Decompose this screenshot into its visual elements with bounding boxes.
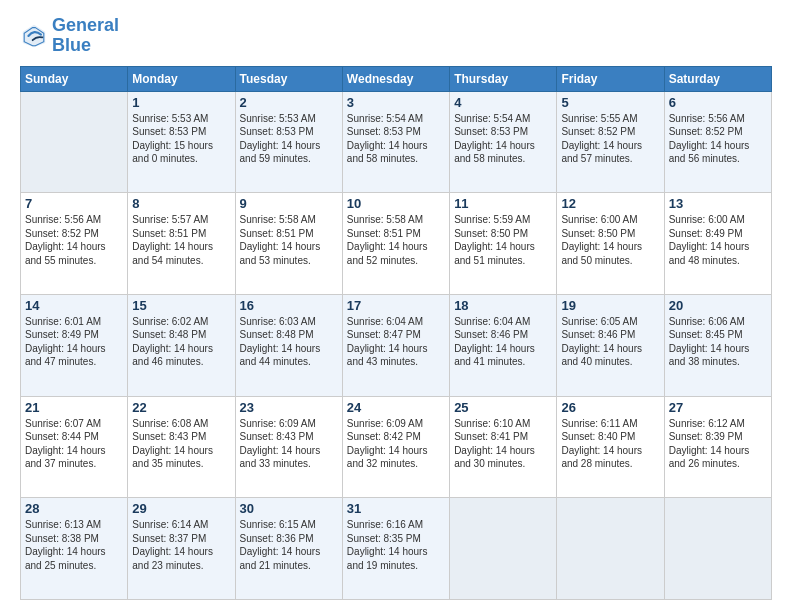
calendar-day-cell: 15Sunrise: 6:02 AMSunset: 8:48 PMDayligh… [128, 294, 235, 396]
calendar-day-cell: 22Sunrise: 6:08 AMSunset: 8:43 PMDayligh… [128, 396, 235, 498]
day-info: Sunrise: 5:55 AMSunset: 8:52 PMDaylight:… [561, 112, 659, 166]
calendar-day-cell: 2Sunrise: 5:53 AMSunset: 8:53 PMDaylight… [235, 91, 342, 193]
day-number: 15 [132, 298, 230, 313]
day-number: 31 [347, 501, 445, 516]
day-number: 23 [240, 400, 338, 415]
day-info: Sunrise: 6:09 AMSunset: 8:42 PMDaylight:… [347, 417, 445, 471]
calendar-day-cell: 25Sunrise: 6:10 AMSunset: 8:41 PMDayligh… [450, 396, 557, 498]
day-info: Sunrise: 6:03 AMSunset: 8:48 PMDaylight:… [240, 315, 338, 369]
day-number: 19 [561, 298, 659, 313]
day-number: 7 [25, 196, 123, 211]
day-info: Sunrise: 6:05 AMSunset: 8:46 PMDaylight:… [561, 315, 659, 369]
calendar-day-cell: 8Sunrise: 5:57 AMSunset: 8:51 PMDaylight… [128, 193, 235, 295]
day-number: 25 [454, 400, 552, 415]
day-number: 1 [132, 95, 230, 110]
calendar-day-cell: 26Sunrise: 6:11 AMSunset: 8:40 PMDayligh… [557, 396, 664, 498]
calendar-day-cell: 1Sunrise: 5:53 AMSunset: 8:53 PMDaylight… [128, 91, 235, 193]
day-number: 16 [240, 298, 338, 313]
day-info: Sunrise: 6:14 AMSunset: 8:37 PMDaylight:… [132, 518, 230, 572]
logo: General Blue [20, 16, 119, 56]
day-info: Sunrise: 5:56 AMSunset: 8:52 PMDaylight:… [25, 213, 123, 267]
calendar-day-cell: 27Sunrise: 6:12 AMSunset: 8:39 PMDayligh… [664, 396, 771, 498]
day-info: Sunrise: 6:07 AMSunset: 8:44 PMDaylight:… [25, 417, 123, 471]
calendar-day-cell: 31Sunrise: 6:16 AMSunset: 8:35 PMDayligh… [342, 498, 449, 600]
day-number: 28 [25, 501, 123, 516]
day-number: 5 [561, 95, 659, 110]
calendar-day-cell: 4Sunrise: 5:54 AMSunset: 8:53 PMDaylight… [450, 91, 557, 193]
calendar-week-row: 21Sunrise: 6:07 AMSunset: 8:44 PMDayligh… [21, 396, 772, 498]
calendar-day-cell [557, 498, 664, 600]
day-number: 9 [240, 196, 338, 211]
calendar-table: SundayMondayTuesdayWednesdayThursdayFrid… [20, 66, 772, 600]
calendar-header-saturday: Saturday [664, 66, 771, 91]
day-number: 13 [669, 196, 767, 211]
day-info: Sunrise: 6:08 AMSunset: 8:43 PMDaylight:… [132, 417, 230, 471]
day-info: Sunrise: 6:06 AMSunset: 8:45 PMDaylight:… [669, 315, 767, 369]
day-info: Sunrise: 6:10 AMSunset: 8:41 PMDaylight:… [454, 417, 552, 471]
calendar-day-cell: 9Sunrise: 5:58 AMSunset: 8:51 PMDaylight… [235, 193, 342, 295]
calendar-day-cell: 30Sunrise: 6:15 AMSunset: 8:36 PMDayligh… [235, 498, 342, 600]
day-info: Sunrise: 6:11 AMSunset: 8:40 PMDaylight:… [561, 417, 659, 471]
day-info: Sunrise: 6:00 AMSunset: 8:49 PMDaylight:… [669, 213, 767, 267]
day-number: 8 [132, 196, 230, 211]
calendar-header-wednesday: Wednesday [342, 66, 449, 91]
day-info: Sunrise: 6:04 AMSunset: 8:47 PMDaylight:… [347, 315, 445, 369]
logo-text: General Blue [52, 16, 119, 56]
calendar-day-cell: 18Sunrise: 6:04 AMSunset: 8:46 PMDayligh… [450, 294, 557, 396]
day-number: 27 [669, 400, 767, 415]
day-number: 21 [25, 400, 123, 415]
day-number: 11 [454, 196, 552, 211]
calendar-day-cell: 7Sunrise: 5:56 AMSunset: 8:52 PMDaylight… [21, 193, 128, 295]
day-number: 29 [132, 501, 230, 516]
day-info: Sunrise: 5:54 AMSunset: 8:53 PMDaylight:… [454, 112, 552, 166]
day-info: Sunrise: 6:16 AMSunset: 8:35 PMDaylight:… [347, 518, 445, 572]
day-info: Sunrise: 5:57 AMSunset: 8:51 PMDaylight:… [132, 213, 230, 267]
calendar-day-cell: 21Sunrise: 6:07 AMSunset: 8:44 PMDayligh… [21, 396, 128, 498]
day-number: 6 [669, 95, 767, 110]
calendar-day-cell: 11Sunrise: 5:59 AMSunset: 8:50 PMDayligh… [450, 193, 557, 295]
calendar-header-row: SundayMondayTuesdayWednesdayThursdayFrid… [21, 66, 772, 91]
day-number: 20 [669, 298, 767, 313]
day-info: Sunrise: 5:59 AMSunset: 8:50 PMDaylight:… [454, 213, 552, 267]
calendar-day-cell: 5Sunrise: 5:55 AMSunset: 8:52 PMDaylight… [557, 91, 664, 193]
calendar-day-cell: 20Sunrise: 6:06 AMSunset: 8:45 PMDayligh… [664, 294, 771, 396]
day-number: 22 [132, 400, 230, 415]
day-info: Sunrise: 6:15 AMSunset: 8:36 PMDaylight:… [240, 518, 338, 572]
calendar-day-cell: 23Sunrise: 6:09 AMSunset: 8:43 PMDayligh… [235, 396, 342, 498]
calendar-day-cell: 17Sunrise: 6:04 AMSunset: 8:47 PMDayligh… [342, 294, 449, 396]
calendar-day-cell [450, 498, 557, 600]
calendar-header-thursday: Thursday [450, 66, 557, 91]
page: General Blue SundayMondayTuesdayWednesda… [0, 0, 792, 612]
day-info: Sunrise: 6:12 AMSunset: 8:39 PMDaylight:… [669, 417, 767, 471]
day-number: 24 [347, 400, 445, 415]
day-info: Sunrise: 6:13 AMSunset: 8:38 PMDaylight:… [25, 518, 123, 572]
day-info: Sunrise: 5:53 AMSunset: 8:53 PMDaylight:… [132, 112, 230, 166]
calendar-day-cell: 13Sunrise: 6:00 AMSunset: 8:49 PMDayligh… [664, 193, 771, 295]
day-info: Sunrise: 5:58 AMSunset: 8:51 PMDaylight:… [347, 213, 445, 267]
day-number: 4 [454, 95, 552, 110]
day-number: 14 [25, 298, 123, 313]
header: General Blue [20, 16, 772, 56]
calendar-week-row: 1Sunrise: 5:53 AMSunset: 8:53 PMDaylight… [21, 91, 772, 193]
day-number: 10 [347, 196, 445, 211]
logo-icon [20, 22, 48, 50]
calendar-day-cell: 16Sunrise: 6:03 AMSunset: 8:48 PMDayligh… [235, 294, 342, 396]
calendar-header-monday: Monday [128, 66, 235, 91]
calendar-day-cell [21, 91, 128, 193]
calendar-header-tuesday: Tuesday [235, 66, 342, 91]
day-number: 2 [240, 95, 338, 110]
day-info: Sunrise: 6:00 AMSunset: 8:50 PMDaylight:… [561, 213, 659, 267]
day-info: Sunrise: 5:56 AMSunset: 8:52 PMDaylight:… [669, 112, 767, 166]
calendar-day-cell: 29Sunrise: 6:14 AMSunset: 8:37 PMDayligh… [128, 498, 235, 600]
day-info: Sunrise: 5:54 AMSunset: 8:53 PMDaylight:… [347, 112, 445, 166]
day-number: 3 [347, 95, 445, 110]
calendar-day-cell: 28Sunrise: 6:13 AMSunset: 8:38 PMDayligh… [21, 498, 128, 600]
calendar-day-cell: 10Sunrise: 5:58 AMSunset: 8:51 PMDayligh… [342, 193, 449, 295]
day-number: 26 [561, 400, 659, 415]
calendar-day-cell: 14Sunrise: 6:01 AMSunset: 8:49 PMDayligh… [21, 294, 128, 396]
day-info: Sunrise: 6:09 AMSunset: 8:43 PMDaylight:… [240, 417, 338, 471]
svg-marker-0 [23, 25, 45, 47]
day-info: Sunrise: 6:01 AMSunset: 8:49 PMDaylight:… [25, 315, 123, 369]
day-number: 18 [454, 298, 552, 313]
day-number: 12 [561, 196, 659, 211]
